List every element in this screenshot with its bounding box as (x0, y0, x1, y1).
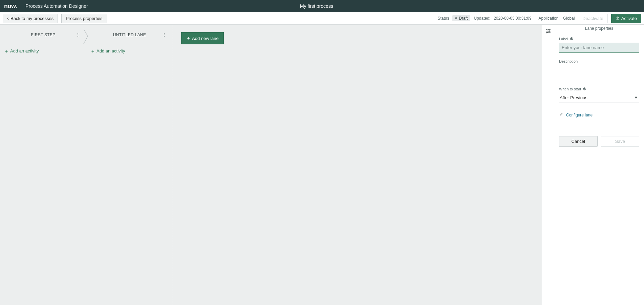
description-field-label: Description (559, 59, 639, 63)
brand-logo: now. (4, 3, 17, 10)
updated-label: Updated: (474, 16, 490, 21)
when-field-label: When to start ✱ (559, 86, 639, 91)
lane-name: UNTITLED LANE (113, 32, 146, 37)
configure-lane-link[interactable]: Configure lane (559, 112, 639, 118)
add-activity-button[interactable]: ＋ Add an activity (4, 48, 39, 53)
main: FIRST STEP ⋮ ＋ Add an activity UNTITLED … (0, 25, 644, 305)
status-label: Status (437, 16, 449, 21)
save-label: Save (615, 139, 625, 144)
process-name: My first process (88, 3, 545, 9)
lane-description-input[interactable] (559, 65, 639, 79)
description-field-group: Description (559, 59, 639, 80)
side-rail (542, 25, 554, 305)
toolbar-right: Status Draft Updated: 2020-08-03 00:31:0… (437, 14, 641, 23)
activate-button[interactable]: Activate (611, 14, 641, 23)
required-icon: ✱ (582, 86, 586, 91)
cancel-label: Cancel (572, 139, 585, 144)
settings-sliders-icon[interactable] (545, 28, 551, 35)
upload-icon (616, 16, 620, 21)
when-field-group: When to start ✱ After Previous ▼ (559, 86, 639, 103)
svg-point-3 (549, 31, 550, 32)
required-icon: ✱ (570, 36, 573, 41)
pencil-icon (559, 112, 563, 118)
process-properties-label: Process properties (66, 16, 102, 21)
lane-label-input[interactable] (559, 43, 639, 53)
lane-header[interactable]: FIRST STEP ⋮ (0, 25, 86, 45)
brand-divider (21, 3, 21, 9)
panel-title: Lane properties (554, 25, 644, 32)
panel-body: Label ✱ Description When to start ✱ Af (554, 32, 644, 151)
updated-value: 2020-08-03 00:31:09 (494, 16, 531, 21)
toolbar-separator (535, 15, 535, 22)
add-activity-label: Add an activity (96, 48, 125, 53)
lane-header[interactable]: UNTITLED LANE ⋮ (86, 25, 173, 45)
app-header: now. Process Automation Designer My firs… (0, 0, 644, 12)
application-label: Application: (539, 16, 560, 21)
deactivate-button[interactable]: Deactivate (578, 14, 607, 23)
lane-body: ＋ Add an activity (0, 45, 86, 57)
status-dot-icon (455, 17, 457, 19)
label-field-group: Label ✱ (559, 36, 639, 53)
lane-menu-icon[interactable]: ⋮ (76, 32, 80, 38)
svg-point-1 (547, 29, 548, 30)
chevron-down-icon: ▼ (634, 95, 638, 100)
when-to-start-select[interactable]: After Previous ▼ (559, 93, 639, 103)
application-value: Global (563, 16, 575, 21)
deactivate-label: Deactivate (582, 16, 603, 21)
when-field-text: When to start (559, 87, 581, 91)
status-value: Draft (459, 16, 468, 21)
lanes-area: FIRST STEP ⋮ ＋ Add an activity UNTITLED … (0, 25, 173, 305)
back-button[interactable]: Back to my processes (3, 14, 58, 23)
lane-first-step: FIRST STEP ⋮ ＋ Add an activity (0, 25, 86, 305)
label-field-label: Label ✱ (559, 36, 639, 41)
add-lane-button[interactable]: ＋ Add new lane (181, 32, 224, 44)
panel-actions: Cancel Save (559, 136, 639, 147)
side-container: Lane properties Label ✱ Description When… (542, 25, 644, 305)
plus-icon: ＋ (186, 35, 191, 41)
lane-untitled: UNTITLED LANE ⋮ ＋ Add an activity (86, 25, 173, 305)
lane-name: FIRST STEP (31, 32, 55, 37)
when-selected-value: After Previous (559, 93, 639, 103)
add-lane-area: ＋ Add new lane (173, 25, 232, 305)
back-button-label: Back to my processes (10, 16, 53, 21)
label-field-text: Label (559, 37, 568, 41)
activate-label: Activate (621, 16, 637, 21)
lane-properties-panel: Lane properties Label ✱ Description When… (554, 25, 644, 305)
add-activity-button[interactable]: ＋ Add an activity (90, 48, 125, 53)
configure-lane-label: Configure lane (566, 113, 593, 117)
add-activity-label: Add an activity (10, 48, 39, 53)
toolbar: Back to my processes Process properties … (0, 12, 644, 25)
app-title: Process Automation Designer (25, 3, 88, 9)
toolbar-left: Back to my processes Process properties (3, 14, 107, 23)
svg-point-5 (546, 32, 547, 33)
status-badge: Draft (452, 15, 470, 21)
cancel-button[interactable]: Cancel (559, 136, 598, 147)
lane-menu-icon[interactable]: ⋮ (162, 32, 167, 38)
save-button[interactable]: Save (601, 136, 640, 147)
process-properties-button[interactable]: Process properties (61, 14, 107, 23)
canvas: FIRST STEP ⋮ ＋ Add an activity UNTITLED … (0, 25, 542, 305)
lane-body: ＋ Add an activity (86, 45, 173, 57)
add-lane-label: Add new lane (192, 36, 219, 41)
